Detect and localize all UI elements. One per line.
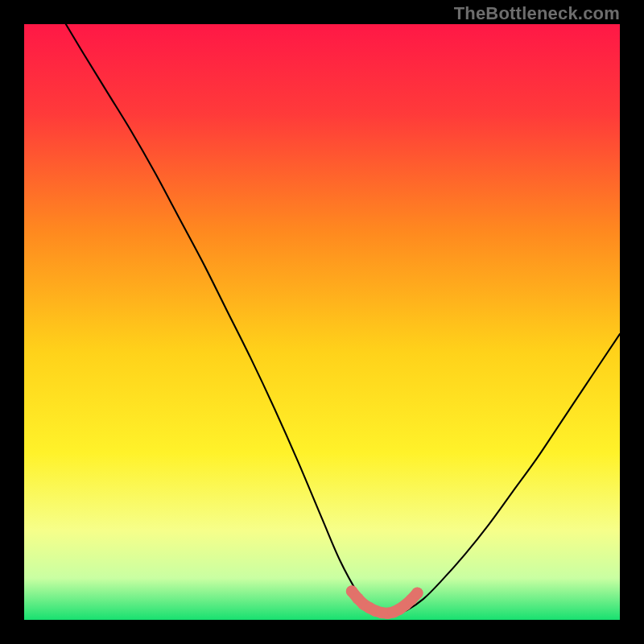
marker-dot: [411, 588, 423, 599]
gradient-background: [24, 24, 620, 620]
plot-area: [24, 24, 620, 620]
chart-svg: [24, 24, 620, 620]
watermark-text: TheBottleneck.com: [454, 3, 620, 24]
chart-frame: TheBottleneck.com: [0, 0, 644, 644]
